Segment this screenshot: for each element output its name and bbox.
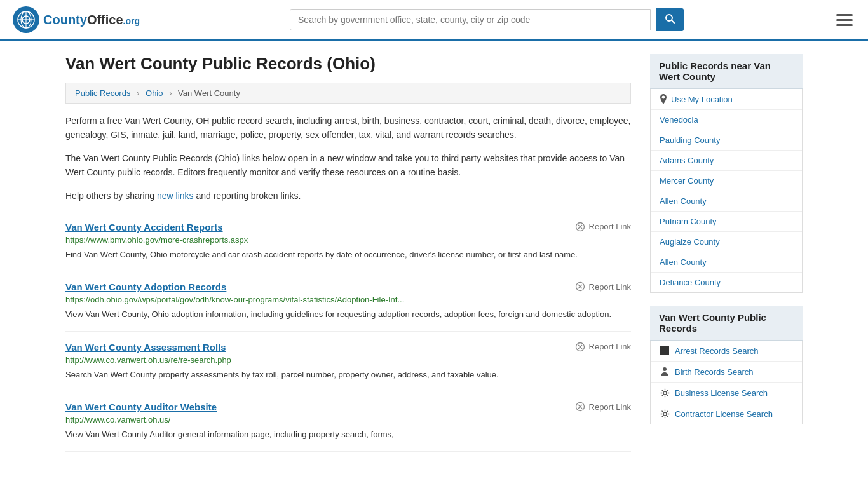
breadcrumb-sep-1: › bbox=[137, 88, 139, 98]
record-title[interactable]: Van Wert County Adoption Records bbox=[65, 281, 226, 292]
nearby-header: Public Records near Van Wert County bbox=[650, 54, 803, 89]
report-link-btn[interactable]: Report Link bbox=[575, 342, 631, 352]
record-title-row: Van Wert County Accident Reports Report … bbox=[65, 222, 631, 233]
nearby-item-6[interactable]: Auglaize County bbox=[651, 232, 802, 252]
use-my-location[interactable]: Use My Location bbox=[651, 89, 802, 110]
record-title[interactable]: Van Wert County Accident Reports bbox=[65, 222, 223, 233]
sidebar-record-item-1[interactable]: Birth Records Search bbox=[651, 362, 802, 383]
report-icon bbox=[575, 342, 585, 352]
nearby-item-5[interactable]: Putnam County bbox=[651, 212, 802, 232]
sidebar-record-item-3[interactable]: Contractor License Search bbox=[651, 403, 802, 424]
sidebar-record-link-1[interactable]: Birth Records Search bbox=[675, 367, 754, 377]
record-entry-3: Van Wert County Auditor Website Report L… bbox=[65, 391, 631, 452]
menu-button[interactable] bbox=[834, 11, 855, 29]
records-section: Van Wert County Public Records Arrest Re… bbox=[650, 306, 803, 424]
report-label: Report Link bbox=[589, 342, 631, 351]
record-entry-1: Van Wert County Adoption Records Report … bbox=[65, 271, 631, 332]
sidebar-records: Arrest Records Search Birth Records Sear… bbox=[651, 341, 802, 424]
report-link-btn[interactable]: Report Link bbox=[575, 222, 631, 232]
records-container: Van Wert County Accident Reports Report … bbox=[65, 212, 631, 452]
nearby-item-7[interactable]: Allen County bbox=[651, 252, 802, 273]
nearby-item-4[interactable]: Allen County bbox=[651, 191, 802, 212]
search-button[interactable] bbox=[656, 8, 684, 31]
search-area bbox=[290, 8, 684, 31]
record-entry-0: Van Wert County Accident Reports Report … bbox=[65, 212, 631, 272]
nearby-item-8[interactable]: Defiance County bbox=[651, 273, 802, 292]
nearby-link-1[interactable]: Paulding County bbox=[660, 135, 720, 145]
search-input[interactable] bbox=[290, 9, 651, 30]
logo-icon bbox=[13, 6, 39, 33]
report-label: Report Link bbox=[589, 402, 631, 412]
record-title[interactable]: Van Wert County Auditor Website bbox=[65, 402, 217, 412]
record-url[interactable]: https://odh.ohio.gov/wps/portal/gov/odh/… bbox=[65, 295, 631, 304]
site-header: CountyOffice.org bbox=[0, 0, 868, 41]
record-desc: View Van Wert County, Ohio adoption info… bbox=[65, 308, 631, 321]
breadcrumb-sep-2: › bbox=[169, 88, 172, 98]
main-container: Van Wert County Public Records (Ohio) Pu… bbox=[53, 41, 815, 464]
record-url[interactable]: https://www.bmv.ohio.gov/more-crashrepor… bbox=[65, 235, 631, 245]
svg-point-21 bbox=[663, 412, 667, 416]
description-1: Perform a free Van Wert County, OH publi… bbox=[65, 114, 631, 142]
svg-point-19 bbox=[663, 367, 667, 371]
description-3: Help others by sharing new links and rep… bbox=[65, 189, 631, 203]
sidebar-record-link-0[interactable]: Arrest Records Search bbox=[675, 346, 759, 356]
desc3-suffix: and reporting broken links. bbox=[194, 191, 301, 201]
new-links-link[interactable]: new links bbox=[157, 191, 194, 201]
breadcrumb-ohio[interactable]: Ohio bbox=[146, 88, 163, 98]
record-desc: Search Van Wert County property assessme… bbox=[65, 369, 631, 381]
report-icon bbox=[575, 222, 585, 232]
records-section-header: Van Wert County Public Records bbox=[650, 306, 803, 341]
logo-area: CountyOffice.org bbox=[13, 6, 140, 33]
nearby-link-8[interactable]: Defiance County bbox=[660, 278, 721, 287]
record-url[interactable]: http://www.co.vanwert.oh.us/re/re-search… bbox=[65, 355, 631, 365]
content-area: Van Wert County Public Records (Ohio) Pu… bbox=[65, 54, 631, 452]
nearby-item-2[interactable]: Adams County bbox=[651, 151, 802, 171]
sidebar-record-item-2[interactable]: Business License Search bbox=[651, 383, 802, 403]
report-label: Report Link bbox=[589, 222, 631, 231]
logo-text: CountyOffice.org bbox=[43, 13, 140, 27]
nearby-items: VenedociaPaulding CountyAdams CountyMerc… bbox=[651, 110, 802, 292]
nearby-section: Public Records near Van Wert County Use … bbox=[650, 54, 803, 293]
sidebar: Public Records near Van Wert County Use … bbox=[650, 54, 803, 452]
record-title-row: Van Wert County Assessment Rolls Report … bbox=[65, 342, 631, 353]
sidebar-record-link-3[interactable]: Contractor License Search bbox=[675, 409, 773, 419]
location-icon bbox=[660, 94, 667, 104]
record-url[interactable]: http://www.co.vanwert.oh.us/ bbox=[65, 415, 631, 424]
record-desc: Find Van Wert County, Ohio motorcycle an… bbox=[65, 248, 631, 261]
nearby-link-4[interactable]: Allen County bbox=[660, 196, 707, 206]
report-link-btn[interactable]: Report Link bbox=[575, 402, 631, 412]
nearby-item-0[interactable]: Venedocia bbox=[651, 110, 802, 130]
breadcrumb-current: Van Wert County bbox=[178, 88, 240, 98]
nearby-link-0[interactable]: Venedocia bbox=[660, 115, 698, 125]
gear-icon bbox=[660, 388, 670, 398]
nearby-link-2[interactable]: Adams County bbox=[660, 156, 714, 165]
record-entry-2: Van Wert County Assessment Rolls Report … bbox=[65, 332, 631, 392]
arrest-icon bbox=[660, 346, 670, 356]
record-title[interactable]: Van Wert County Assessment Rolls bbox=[65, 342, 226, 353]
nearby-link-6[interactable]: Auglaize County bbox=[660, 237, 720, 247]
report-icon bbox=[575, 281, 585, 292]
sidebar-record-item-0[interactable]: Arrest Records Search bbox=[651, 341, 802, 362]
page-title: Van Wert County Public Records (Ohio) bbox=[65, 54, 631, 74]
breadcrumb-public-records[interactable]: Public Records bbox=[75, 88, 130, 98]
breadcrumb: Public Records › Ohio › Van Wert County bbox=[65, 83, 631, 104]
report-icon bbox=[575, 402, 585, 412]
svg-point-20 bbox=[663, 391, 667, 395]
report-label: Report Link bbox=[589, 282, 631, 292]
use-location-link[interactable]: Use My Location bbox=[671, 95, 733, 104]
nearby-item-3[interactable]: Mercer County bbox=[651, 171, 802, 191]
nearby-link-3[interactable]: Mercer County bbox=[660, 176, 714, 186]
report-link-btn[interactable]: Report Link bbox=[575, 281, 631, 292]
desc3-prefix: Help others by sharing bbox=[65, 191, 157, 201]
nearby-item-1[interactable]: Paulding County bbox=[651, 130, 802, 151]
nearby-list: Use My Location VenedociaPaulding County… bbox=[650, 89, 803, 293]
nearby-link-7[interactable]: Allen County bbox=[660, 257, 707, 267]
record-desc: View Van Wert County Auditor general inf… bbox=[65, 428, 631, 441]
gear-icon bbox=[660, 409, 670, 419]
sidebar-record-link-2[interactable]: Business License Search bbox=[675, 388, 768, 398]
person-icon bbox=[660, 367, 670, 377]
record-title-row: Van Wert County Adoption Records Report … bbox=[65, 281, 631, 292]
description-2: The Van Wert County Public Records (Ohio… bbox=[65, 151, 631, 180]
svg-line-6 bbox=[672, 20, 674, 23]
nearby-link-5[interactable]: Putnam County bbox=[660, 217, 717, 226]
